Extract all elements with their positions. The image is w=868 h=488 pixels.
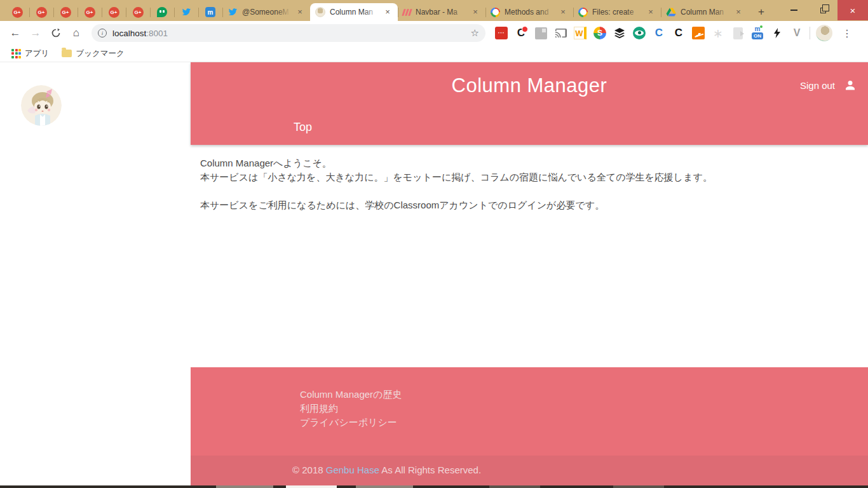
tab-close-icon[interactable]: × xyxy=(558,7,568,17)
chromecast-extension-icon[interactable] xyxy=(553,26,567,40)
tab-close-icon[interactable]: × xyxy=(470,7,480,17)
close-icon: × xyxy=(850,5,856,16)
pinned-tab-google-plus-5[interactable]: G+ xyxy=(102,3,126,21)
tab-close-icon[interactable]: × xyxy=(295,7,305,17)
mastodon-icon: m xyxy=(205,7,215,17)
tab-close-icon[interactable]: × xyxy=(733,7,743,17)
blue-c-extension-icon[interactable]: C xyxy=(652,26,666,40)
url-text[interactable]: localhost:8001 xyxy=(112,29,471,38)
browser-titlebar: G+ G+ G+ G+ G+ G+ m @SomeoneM × Column M… xyxy=(0,0,868,21)
window-controls: × xyxy=(779,0,868,20)
lightning-icon xyxy=(773,27,782,39)
nav-item-top[interactable]: Top xyxy=(292,118,313,137)
content-paragraph: 本サービスをご利用になるためには、学校のClassroomアカウントでのログイン… xyxy=(200,198,858,212)
tab-files-create[interactable]: Files: create × xyxy=(573,3,661,21)
google-plus-icon: G+ xyxy=(85,7,95,18)
bookmark-star-icon[interactable]: ☆ xyxy=(471,27,479,39)
page-content: Column Managerへようこそ。 本サービスは「小さな力を、大きな力に。… xyxy=(191,145,868,367)
photos-gray-extension-icon[interactable] xyxy=(535,27,547,39)
new-tab-button[interactable]: + xyxy=(752,3,770,21)
hangouts-icon xyxy=(157,7,167,17)
window-minimize-button[interactable] xyxy=(779,0,808,20)
black-c-badge-extension-icon[interactable]: C xyxy=(514,26,528,40)
pinned-tab-google-plus-3[interactable]: G+ xyxy=(53,3,78,21)
url-port: :8001 xyxy=(146,29,168,38)
flower-disabled-extension-icon[interactable]: ∗ xyxy=(711,26,725,40)
bookmarks-bar: アプリ ブックマーク xyxy=(0,45,868,62)
lightning-extension-icon[interactable] xyxy=(770,26,784,40)
tab-navbar-materialize[interactable]: Navbar - Ma × xyxy=(398,3,485,21)
tab-strip: G+ G+ G+ G+ G+ G+ m @SomeoneM × Column M… xyxy=(0,0,770,21)
pinned-tab-google-plus-6[interactable]: G+ xyxy=(126,3,150,21)
footer-link-privacy[interactable]: プライバシーポリシー xyxy=(300,416,868,430)
reload-button[interactable] xyxy=(47,24,65,42)
tab-close-icon[interactable]: × xyxy=(383,7,393,17)
footer-link-terms[interactable]: 利用規約 xyxy=(300,402,868,416)
folder-icon xyxy=(62,50,72,57)
materialize-icon xyxy=(402,9,412,16)
browser-profile-avatar[interactable] xyxy=(816,25,832,41)
avatar-illustration-icon xyxy=(21,85,62,126)
multicolor-s-extension-icon[interactable]: S xyxy=(593,27,606,39)
pinned-tab-hangouts[interactable] xyxy=(150,3,174,21)
minimize-icon xyxy=(790,10,797,11)
pinned-tab-google-plus-4[interactable]: G+ xyxy=(78,3,102,21)
page-footer: Column Managerの歴史 利用規約 プライバシーポリシー xyxy=(191,367,868,456)
tab-drive-column-manager[interactable]: Column Man × xyxy=(661,3,749,21)
taskbar-segment xyxy=(286,485,337,488)
taskbar-segment xyxy=(613,485,664,488)
tab-close-icon[interactable]: × xyxy=(646,7,656,17)
google-plus-icon: G+ xyxy=(36,7,47,18)
taskbar-edge[interactable] xyxy=(0,485,868,488)
google-plus-icon: G+ xyxy=(133,7,144,18)
taskbar-segment xyxy=(489,485,540,488)
layers-stack-extension-icon[interactable] xyxy=(613,26,627,40)
pinned-tab-google-plus-1[interactable]: G+ xyxy=(5,3,29,21)
bookmark-folder[interactable]: ブックマーク xyxy=(57,46,129,61)
tab-twitter-someone[interactable]: @SomeoneM × xyxy=(222,3,310,21)
address-bar[interactable]: i localhost:8001 ☆ xyxy=(92,24,485,42)
taskbar-segment xyxy=(216,485,273,488)
on-badge: ON xyxy=(752,32,763,39)
tab-label: @SomeoneM xyxy=(242,8,290,17)
signout-area: Sign out xyxy=(800,79,857,92)
tab-column-manager-active[interactable]: Column Man × xyxy=(310,3,398,21)
black-c-extension-icon[interactable]: C xyxy=(672,26,686,40)
vimium-v-extension-icon[interactable]: V xyxy=(790,26,804,40)
browser-menu-icon[interactable]: ⋮ xyxy=(838,27,856,39)
password-dots-extension-icon[interactable]: ··· xyxy=(495,27,508,39)
google-drive-icon xyxy=(666,7,676,17)
pinned-tab-google-plus-2[interactable]: G+ xyxy=(29,3,53,21)
tab-label: Methods and xyxy=(505,8,553,17)
bookmark-apps[interactable]: アプリ xyxy=(6,46,54,61)
person-icon[interactable] xyxy=(844,79,857,92)
pinned-tab-mastodon[interactable]: m xyxy=(198,3,222,21)
content-paragraph: 本サービスは「小さな力を、大きな力に。」をモットーに掲げ、コラムの宿題に悩んでい… xyxy=(200,170,858,184)
pinned-tab-twitter[interactable] xyxy=(174,3,198,21)
orange-w-extension-icon[interactable]: W xyxy=(574,27,587,39)
bookmark-folder-label: ブックマーク xyxy=(76,48,124,59)
user-avatar xyxy=(21,85,62,126)
analytics-chart-extension-icon[interactable] xyxy=(692,27,705,39)
forward-button[interactable]: → xyxy=(27,24,44,42)
tab-methods[interactable]: Methods and × xyxy=(485,3,573,21)
twitter-icon xyxy=(181,7,191,17)
page-main: Column Manager Sign out Top Column Manag… xyxy=(191,62,868,488)
copyright-author-link[interactable]: Genbu Hase xyxy=(326,464,379,475)
restore-icon xyxy=(820,8,826,13)
page-disabled-extension-icon[interactable] xyxy=(733,27,743,39)
url-host: localhost xyxy=(112,29,146,38)
back-button[interactable]: ← xyxy=(6,24,24,42)
window-close-button[interactable]: × xyxy=(837,0,868,20)
page-info-icon[interactable]: i xyxy=(98,29,107,37)
home-button[interactable]: ⌂ xyxy=(67,24,85,42)
google-developers-icon xyxy=(578,8,588,17)
mastodon-on-extension-icon[interactable]: mON xyxy=(752,27,763,39)
extensions-row: ··· C W S C C ∗ mON V ⋮ xyxy=(494,25,856,41)
brand-row: Column Manager Sign out xyxy=(191,62,868,109)
window-restore-button[interactable] xyxy=(808,0,837,20)
footer-link-history[interactable]: Column Managerの歴史 xyxy=(300,388,868,402)
green-eye-extension-icon[interactable] xyxy=(633,27,646,39)
sign-out-button[interactable]: Sign out xyxy=(800,80,835,91)
browser-toolbar: ← → ⌂ i localhost:8001 ☆ ··· C W S C C ∗… xyxy=(0,21,868,45)
